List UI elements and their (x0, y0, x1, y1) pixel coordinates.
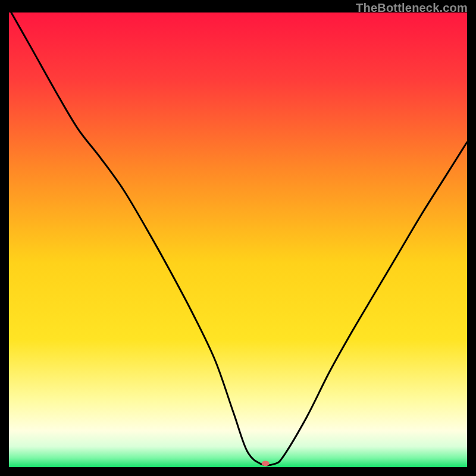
optimum-marker (262, 461, 270, 466)
plot-area (9, 12, 467, 467)
bottleneck-chart (9, 12, 467, 467)
chart-frame: TheBottleneck.com (0, 0, 476, 476)
gradient-background (9, 12, 467, 467)
